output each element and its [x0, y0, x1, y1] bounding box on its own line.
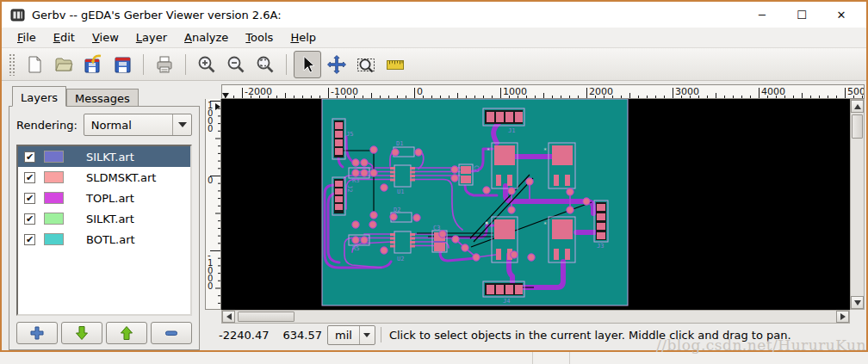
zoom-in-icon: [196, 54, 217, 75]
menu-analyze[interactable]: Analyze: [176, 28, 237, 46]
layer-color-swatch[interactable]: [44, 192, 64, 204]
chevron-down-icon: [363, 333, 370, 337]
svg-text:-2000: -2000: [245, 86, 272, 97]
menu-bar: FileEditViewLayerAnalyzeToolsHelp: [2, 28, 866, 48]
measure-tool-button[interactable]: [381, 51, 409, 78]
toolbar-separator: [185, 54, 186, 75]
print-button[interactable]: [151, 51, 178, 78]
zoom-fit-button[interactable]: [251, 51, 279, 78]
zoom-region-tool-button[interactable]: [352, 51, 380, 78]
scroll-up-button[interactable]: [851, 100, 864, 113]
layer-row-silkt.art[interactable]: ✔SILKT.art: [18, 146, 190, 167]
toolbar-separator: [286, 54, 287, 75]
hscroll-row: [205, 310, 866, 324]
svg-text:2000: 2000: [589, 86, 613, 97]
save-as-icon: [83, 54, 103, 75]
arrow-up-icon: [118, 324, 135, 342]
zoom-region-icon: [356, 54, 376, 75]
svg-text:0: 0: [208, 124, 213, 133]
tab-layers[interactable]: Layers: [12, 86, 66, 107]
triangle-left-icon: [226, 313, 232, 320]
layer-name: SILKT.art: [86, 151, 134, 163]
vertical-scrollbar[interactable]: [850, 99, 865, 310]
layer-color-swatch[interactable]: [44, 213, 64, 225]
zoom-fit-icon: [255, 54, 276, 75]
status-bar: -2240.47 634.57 mil Click to select obje…: [205, 324, 866, 346]
remove-layer-button[interactable]: [151, 322, 192, 344]
svg-text:1000: 1000: [503, 86, 527, 97]
svg-text:R3: R3: [352, 177, 359, 184]
scroll-right-button[interactable]: [836, 311, 849, 323]
scroll-left-button[interactable]: [222, 311, 235, 323]
chevron-down-icon: [178, 122, 187, 127]
add-layer-button[interactable]: [16, 322, 58, 344]
menu-layer[interactable]: Layer: [127, 28, 176, 46]
layer-row-topl.art[interactable]: ✔TOPL.art: [18, 188, 190, 208]
horizontal-scroll-thumb[interactable]: [238, 312, 294, 322]
open-button[interactable]: [50, 51, 78, 78]
svg-text:*: *: [543, 221, 547, 228]
svg-text:C2: C2: [473, 165, 480, 172]
layer-name: SLDMSKT.art: [86, 171, 156, 184]
minus-icon: [163, 324, 180, 342]
layer-color-swatch[interactable]: [44, 233, 64, 245]
triangle-up-icon: [854, 104, 861, 109]
new-button[interactable]: [21, 51, 48, 78]
layer-row-botl.art[interactable]: ✔BOTL.art: [18, 229, 190, 250]
title-bar: Gerbv -- gEDA's Gerber Viewer version 2.…: [2, 2, 866, 28]
top-ruler: -2000-1000010002000300040005000: [221, 84, 865, 99]
ruler-row: -2000-1000010002000300040005000: [205, 84, 866, 99]
layer-color-swatch[interactable]: [44, 151, 64, 163]
move-layer-up-button[interactable]: [106, 322, 147, 344]
save-as-button[interactable]: [79, 51, 107, 78]
layer-visibility-checkbox[interactable]: ✔: [24, 172, 35, 183]
maximize-button[interactable]: ☐: [782, 2, 822, 28]
zoom-out-button[interactable]: [222, 51, 250, 78]
svg-text:J4: J4: [503, 298, 510, 305]
unit-select[interactable]: mil: [327, 325, 375, 345]
horizontal-scrollbar[interactable]: [221, 310, 850, 324]
pcb-board: J5J2J1J3J4U1U2D1D2C2C3R3R5***▪: [322, 99, 628, 305]
menu-view[interactable]: View: [84, 28, 127, 46]
scroll-down-button[interactable]: [851, 296, 864, 309]
layer-visibility-checkbox[interactable]: ✔: [24, 151, 35, 163]
menu-edit[interactable]: Edit: [45, 28, 84, 46]
layer-visibility-checkbox[interactable]: ✔: [24, 234, 35, 245]
menu-help[interactable]: Help: [282, 28, 325, 46]
layer-row-silkt.art[interactable]: ✔SILKT.art: [18, 208, 190, 229]
svg-text:-1000: -1000: [331, 86, 358, 97]
new-file-icon: [24, 54, 45, 75]
pointer-icon: [297, 54, 318, 75]
pointer-tool-button[interactable]: [294, 51, 321, 78]
layer-visibility-checkbox[interactable]: ✔: [24, 193, 35, 204]
menu-tools[interactable]: Tools: [237, 28, 282, 46]
connector-j4: [483, 281, 524, 297]
desktop-strip: [0, 352, 868, 364]
app-icon: [10, 8, 25, 22]
svg-text:5000: 5000: [847, 86, 865, 97]
window-title: Gerbv -- gEDA's Gerber Viewer version 2.…: [32, 9, 282, 22]
gerber-canvas[interactable]: J5J2J1J3J4U1U2D1D2C2C3R3R5***▪: [221, 99, 850, 310]
minimize-button[interactable]: ─: [742, 2, 782, 28]
layer-list: ✔SILKT.art✔SLDMSKT.art✔TOPL.art✔SILKT.ar…: [16, 145, 192, 316]
tab-messages[interactable]: Messages: [66, 89, 139, 107]
vertical-scroll-thumb[interactable]: [852, 114, 863, 139]
rendering-select[interactable]: Normal: [84, 114, 192, 136]
rendering-row: Rendering: Normal: [16, 114, 192, 136]
move-layer-down-button[interactable]: [61, 322, 102, 344]
pan-tool-button[interactable]: [323, 51, 350, 78]
svg-text:0: 0: [417, 86, 423, 97]
arrow-down-icon: [73, 324, 90, 342]
zoom-in-button[interactable]: [193, 51, 220, 78]
layer-visibility-checkbox[interactable]: ✔: [24, 213, 35, 225]
unit-value: mil: [328, 329, 359, 342]
layer-row-sldmskt.art[interactable]: ✔SLDMSKT.art: [18, 167, 190, 188]
layer-color-swatch[interactable]: [44, 171, 64, 183]
layer-name: SILKT.art: [86, 213, 134, 225]
save-button[interactable]: [108, 51, 136, 78]
close-button[interactable]: ✕: [822, 2, 861, 28]
coordinate-y: 634.57: [282, 329, 322, 342]
menu-file[interactable]: File: [9, 28, 45, 46]
toolbar-grip[interactable]: [9, 53, 16, 76]
cursor-coordinates: -2240.47 634.57: [219, 329, 319, 342]
